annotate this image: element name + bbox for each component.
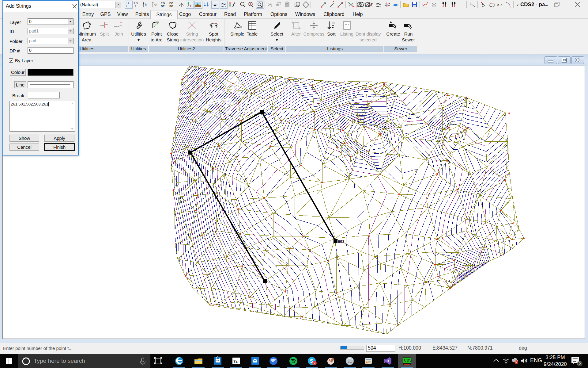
svg-text:Ah: Ah [154,3,157,6]
svg-text:SC: SC [169,5,173,8]
svg-text:2: 2 [314,361,315,365]
svg-text:+: + [126,5,127,8]
svg-text:7z: 7z [233,359,238,364]
svg-text:502: 502 [264,112,271,116]
svg-text:2: 2 [135,5,136,8]
svg-text:2: 2 [579,362,581,366]
svg-text:503: 503 [338,239,345,244]
svg-text:CDS: CDS [404,358,412,362]
svg-text:×·×: ×·× [497,3,503,7]
svg-text:Pro: Pro [348,361,352,364]
svg-text:h: h [145,3,147,6]
svg-text:DE: DE [161,5,165,8]
svg-text:+ +: + + [125,2,129,5]
